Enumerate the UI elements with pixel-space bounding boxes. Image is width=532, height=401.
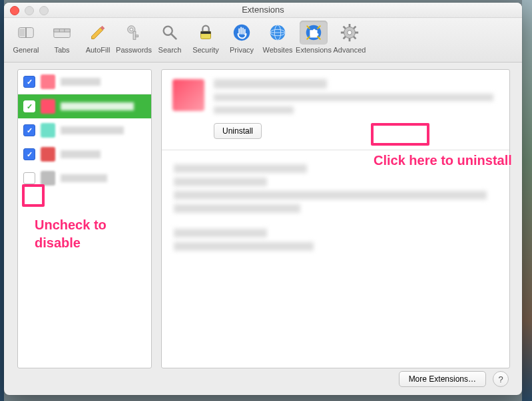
tab-passwords[interactable]: Passwords — [117, 21, 150, 54]
extension-icon — [41, 171, 55, 186]
extension-name — [61, 102, 134, 110]
extension-row[interactable] — [18, 166, 151, 190]
svg-line-29 — [344, 27, 346, 29]
titlebar: Extensions — [4, 3, 522, 18]
extension-subtitle — [214, 94, 493, 101]
extension-title — [214, 79, 327, 88]
puzzle-icon — [304, 23, 324, 43]
svg-rect-2 — [19, 29, 25, 36]
enable-checkbox[interactable] — [23, 76, 35, 88]
svg-marker-7 — [92, 28, 103, 39]
extension-row[interactable] — [18, 142, 151, 166]
extension-icon — [41, 74, 55, 89]
enable-checkbox[interactable] — [23, 100, 35, 112]
enable-checkbox[interactable] — [23, 148, 35, 160]
tab-label: Tabs — [54, 46, 69, 54]
extension-row[interactable] — [18, 70, 151, 94]
tab-search[interactable]: Search — [153, 21, 186, 54]
extension-name — [61, 126, 124, 134]
hand-icon — [232, 23, 252, 43]
tab-general[interactable]: General — [9, 21, 43, 54]
tab-websites[interactable]: Websites — [261, 21, 294, 54]
tab-privacy[interactable]: Privacy — [225, 21, 258, 54]
extension-icon — [41, 99, 55, 114]
gear-icon — [340, 23, 360, 43]
svg-rect-4 — [54, 29, 70, 32]
tab-label: Advanced — [334, 46, 366, 54]
svg-rect-12 — [136, 35, 138, 37]
tab-security[interactable]: Security — [189, 21, 222, 54]
more-extensions-button[interactable]: More Extensions… — [399, 371, 486, 387]
extension-row[interactable] — [18, 118, 151, 142]
uninstall-button[interactable]: Uninstall — [214, 123, 262, 139]
svg-line-14 — [171, 34, 176, 39]
svg-point-10 — [130, 28, 133, 31]
tab-label: Passwords — [116, 46, 152, 54]
tab-label: Privacy — [230, 46, 254, 54]
tab-autofill[interactable]: AutoFill — [81, 21, 115, 54]
tab-label: Extensions — [296, 46, 332, 54]
lock-icon — [196, 23, 216, 43]
tab-advanced[interactable]: Advanced — [333, 21, 366, 54]
desktop-bg-right — [522, 0, 532, 401]
key-icon — [124, 23, 144, 43]
extension-subtitle — [214, 106, 294, 114]
enable-checkbox[interactable] — [23, 172, 35, 184]
svg-rect-16 — [201, 31, 211, 34]
toolbar: General Tabs AutoFill Passwords Search S… — [4, 18, 522, 63]
tabs-icon — [52, 23, 72, 43]
tab-label: AutoFill — [86, 46, 111, 54]
svg-rect-11 — [133, 31, 136, 39]
pencil-icon — [88, 23, 108, 43]
switch-icon — [16, 23, 36, 43]
enable-checkbox[interactable] — [23, 124, 35, 136]
svg-line-32 — [354, 27, 356, 29]
search-icon — [160, 23, 180, 43]
window-title: Extensions — [4, 5, 522, 15]
svg-rect-1 — [25, 28, 27, 38]
extension-row-selected[interactable] — [18, 94, 151, 118]
extension-name — [61, 150, 101, 158]
extension-description — [162, 154, 509, 261]
tab-label: Security — [192, 46, 219, 54]
extension-icon — [41, 123, 55, 138]
extension-detail: Uninstall — [161, 69, 510, 368]
extension-icon — [41, 147, 55, 162]
svg-line-30 — [354, 37, 356, 39]
globe-icon — [268, 23, 288, 43]
extension-name — [61, 174, 107, 182]
help-button[interactable]: ? — [493, 371, 509, 387]
tab-label: Search — [158, 46, 182, 54]
extensions-list — [17, 69, 152, 368]
tab-extensions[interactable]: Extensions — [297, 21, 330, 54]
tab-label: General — [13, 46, 39, 54]
tab-tabs[interactable]: Tabs — [45, 21, 79, 54]
svg-line-31 — [344, 37, 346, 39]
extension-large-icon — [172, 79, 204, 111]
svg-point-24 — [348, 31, 352, 35]
extension-name — [61, 78, 101, 86]
divider — [162, 150, 509, 150]
tab-label: Websites — [262, 46, 292, 54]
preferences-window: Extensions General Tabs AutoFill Passwor… — [4, 3, 522, 395]
